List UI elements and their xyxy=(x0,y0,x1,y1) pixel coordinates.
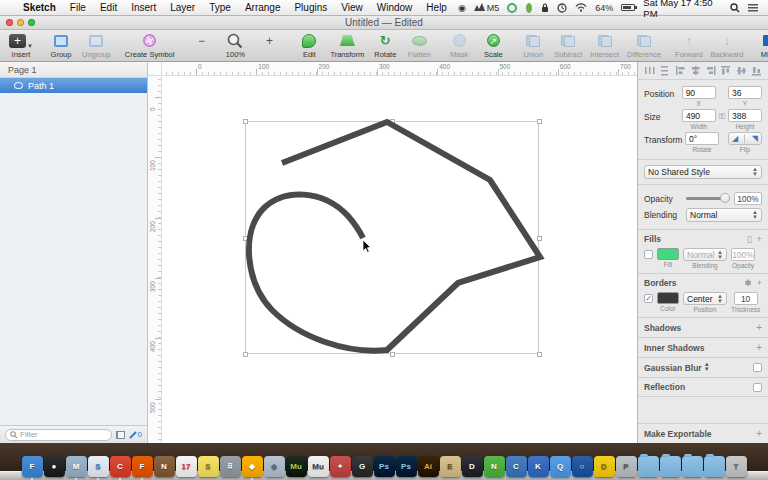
menu-plugins[interactable]: Plugins xyxy=(287,2,334,13)
align-middle-icon[interactable] xyxy=(736,65,747,76)
dock-pin[interactable]: P xyxy=(616,456,637,477)
flip-buttons[interactable]: ◢◥ xyxy=(728,132,762,145)
dock-notebook[interactable]: N xyxy=(154,456,175,477)
lock-status-icon[interactable] xyxy=(537,3,553,13)
dock-charts[interactable]: C xyxy=(506,456,527,477)
toolbar-subtract-button[interactable]: Subtract xyxy=(554,32,582,59)
canvas-area[interactable] xyxy=(162,76,637,443)
dock-firefox[interactable]: F xyxy=(132,456,153,477)
fill-blending-dropdown[interactable]: Normal▲▼ xyxy=(683,248,727,261)
sync-status-icon[interactable] xyxy=(503,3,521,13)
fill-color-swatch[interactable] xyxy=(657,248,679,260)
dock-mail[interactable]: M xyxy=(66,456,87,477)
dock-keynote[interactable]: K xyxy=(528,456,549,477)
lock-ratio-icon[interactable]: ⚿ xyxy=(719,109,725,122)
spotlight-icon[interactable] xyxy=(726,3,744,13)
align-left-icon[interactable] xyxy=(675,65,686,76)
toolbar-insert-button[interactable]: +▼Insert xyxy=(8,32,34,59)
reflection-checkbox[interactable] xyxy=(753,383,762,392)
height-field[interactable]: 388 xyxy=(728,109,762,122)
dock-numbers[interactable]: N xyxy=(484,456,505,477)
menu-window[interactable]: Window xyxy=(370,2,420,13)
dock-calendar[interactable]: 17 xyxy=(176,456,197,477)
dock-dark-app[interactable]: ● xyxy=(44,456,65,477)
toolbar-group-button[interactable]: Group xyxy=(48,32,74,59)
menu-view[interactable]: View xyxy=(334,2,370,13)
toolbar-scale-button[interactable]: ↗Scale xyxy=(480,32,506,59)
dock-photoshop-2[interactable]: Ps xyxy=(396,456,417,477)
layer-item-path-1[interactable]: Path 1 xyxy=(0,78,147,93)
fill-opacity-field[interactable]: 100% xyxy=(731,248,755,261)
record-icon[interactable]: ◉ xyxy=(454,3,470,13)
border-position-dropdown[interactable]: Center▲▼ xyxy=(683,292,727,305)
toolbar-zoom-minus-button[interactable]: − xyxy=(188,32,214,59)
add-shadow-button[interactable]: + xyxy=(756,322,762,333)
m5-status-icon[interactable]: M5 xyxy=(470,3,504,13)
dock-folder-1[interactable] xyxy=(638,456,659,477)
toolbar-ungroup-button[interactable]: Ungroup xyxy=(82,32,111,59)
toolbar-100%-button[interactable]: 100% xyxy=(222,32,248,59)
dock-chrome[interactable]: C xyxy=(110,456,131,477)
rotate-field[interactable]: 0° xyxy=(685,132,719,145)
dock-folder-2[interactable] xyxy=(660,456,681,477)
menu-type[interactable]: Type xyxy=(202,2,238,13)
gear-icon[interactable]: ✱ xyxy=(744,278,752,288)
toolbar-create-symbol-button[interactable]: Create Symbol xyxy=(125,32,175,59)
dock-cyberduck[interactable]: D xyxy=(594,456,615,477)
blending-dropdown[interactable]: Normal▲▼ xyxy=(686,208,762,222)
opacity-slider[interactable] xyxy=(686,197,730,200)
align-right-icon[interactable] xyxy=(705,65,716,76)
pages-toggle-icon[interactable] xyxy=(116,431,125,439)
toolbar-intersect-button[interactable]: Intersect xyxy=(590,32,619,59)
pages-header[interactable]: Page 1 xyxy=(0,62,147,78)
toolbar-zoom-plus-button[interactable]: + xyxy=(256,32,282,59)
add-inner-shadow-button[interactable]: + xyxy=(756,342,762,353)
menu-arrange[interactable]: Arrange xyxy=(238,2,288,13)
position-y-field[interactable]: 36 xyxy=(728,86,762,99)
toolbar-flatten-button[interactable]: Flatten xyxy=(406,32,432,59)
battery-icon[interactable] xyxy=(617,4,639,11)
dock-safari[interactable]: S xyxy=(88,456,109,477)
distribute-horizontally-icon[interactable] xyxy=(644,65,655,76)
dock-folder-3[interactable] xyxy=(682,456,703,477)
align-center-horizontal-icon[interactable] xyxy=(690,65,701,76)
gaussian-blur-checkbox[interactable] xyxy=(753,363,762,372)
canvas[interactable]: 0100200300400500600700 0100200300400500 xyxy=(148,62,637,443)
menu-layer[interactable]: Layer xyxy=(163,2,202,13)
dock-launchpad[interactable]: ⠿ xyxy=(220,456,241,477)
toolbar-union-button[interactable]: Union xyxy=(520,32,546,59)
add-fill-button[interactable]: + xyxy=(757,234,762,244)
dock-quicktime[interactable]: Q xyxy=(550,456,571,477)
toolbar-edit-button[interactable]: Edit xyxy=(296,32,322,59)
blur-type-arrows-icon[interactable]: ▲▼ xyxy=(704,362,710,372)
border-thickness-field[interactable]: 10 xyxy=(734,292,758,305)
dock-photoshop-1[interactable]: Ps xyxy=(374,456,395,477)
trash-icon[interactable]: ▯ xyxy=(747,234,752,244)
position-x-field[interactable]: 90 xyxy=(682,86,716,99)
align-top-icon[interactable] xyxy=(720,65,731,76)
leaf-status-icon[interactable] xyxy=(521,3,537,13)
width-field[interactable]: 490 xyxy=(682,109,716,122)
dock-final-cut[interactable]: ✦ xyxy=(330,456,351,477)
pencil-badge[interactable]: 0 xyxy=(129,430,142,439)
toolbar-difference-button[interactable]: Difference xyxy=(627,32,661,59)
filter-input[interactable]: Filter xyxy=(5,429,112,441)
time-machine-icon[interactable] xyxy=(553,3,571,13)
menu-help[interactable]: Help xyxy=(419,2,454,13)
distribute-vertically-icon[interactable] xyxy=(659,65,670,76)
dock-finder[interactable]: F xyxy=(22,456,43,477)
dock-trash[interactable]: T xyxy=(726,456,747,477)
make-exportable-button[interactable]: + xyxy=(756,428,762,439)
shared-style-dropdown[interactable]: No Shared Style▲▼ xyxy=(644,165,762,179)
menu-edit[interactable]: Edit xyxy=(93,2,124,13)
dock-editor[interactable]: E xyxy=(440,456,461,477)
wifi-icon[interactable] xyxy=(571,3,591,12)
toolbar-backward-button[interactable]: ↓Backward xyxy=(711,32,744,59)
notification-center-icon[interactable] xyxy=(744,4,762,12)
toolbar-rotate-button[interactable]: ↻Rotate xyxy=(372,32,398,59)
dock-stickies[interactable]: S xyxy=(198,456,219,477)
dock-timer[interactable]: ○ xyxy=(572,456,593,477)
add-border-button[interactable]: + xyxy=(757,278,762,288)
toolbar-forward-button[interactable]: ↑Forward xyxy=(675,32,703,59)
toolbar-mask-button[interactable]: Mask xyxy=(446,32,472,59)
